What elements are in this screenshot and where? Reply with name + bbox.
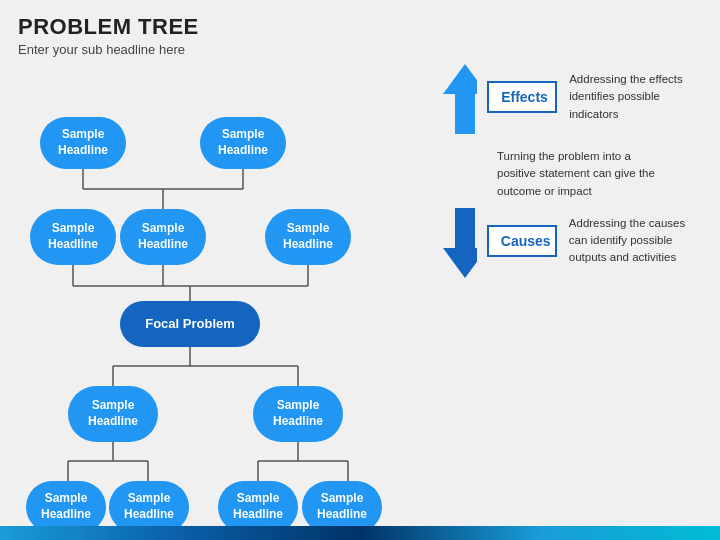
node-focal-problem: Focal Problem xyxy=(120,301,260,347)
bottom-bar xyxy=(0,526,720,540)
node-cause-right: Sample Headline xyxy=(253,386,343,442)
arrow-down-icon xyxy=(443,208,477,278)
causes-desc: Addressing the causes can identify possi… xyxy=(569,215,702,267)
effects-label: Effects xyxy=(487,81,557,113)
causes-label: Causes xyxy=(487,225,557,257)
svg-marker-22 xyxy=(443,208,477,278)
right-panel: Effects Addressing the effects identifie… xyxy=(443,14,702,531)
node-top-right: Sample Headline xyxy=(200,117,286,169)
svg-marker-21 xyxy=(443,64,477,134)
node-cause-left: Sample Headline xyxy=(68,386,158,442)
effects-desc: Addressing the effects identifies possib… xyxy=(569,71,702,123)
page-subtitle: Enter your sub headline here xyxy=(18,42,433,57)
node-top-left: Sample Headline xyxy=(40,117,126,169)
node-mid-center: Sample Headline xyxy=(120,209,206,265)
page-title: PROBLEM TREE xyxy=(18,14,433,40)
tree-diagram: Sample Headline Sample Headline Sample H… xyxy=(18,71,433,531)
node-mid-left: Sample Headline xyxy=(30,209,116,265)
arrow-up-icon xyxy=(443,64,477,134)
middle-description: Turning the problem into a positive stat… xyxy=(443,140,663,208)
node-mid-right: Sample Headline xyxy=(265,209,351,265)
